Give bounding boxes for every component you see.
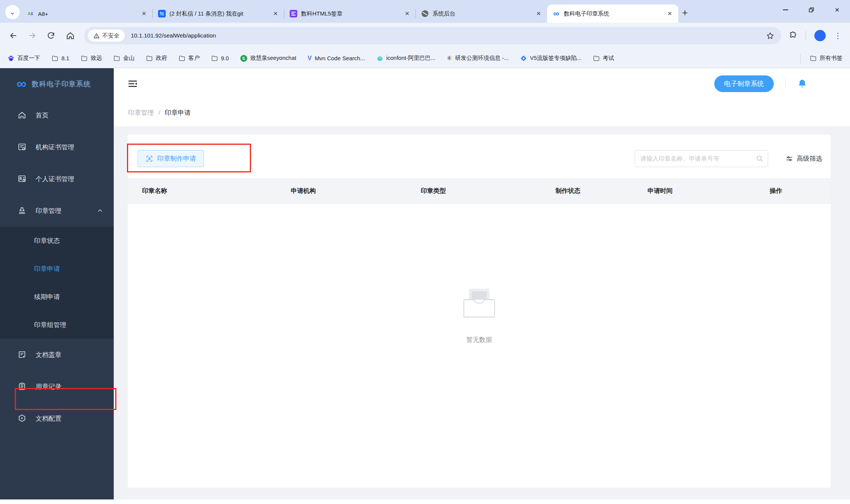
app-root: ∞ 数科电子印章系统 首页 机构证书管理 个人证书管理 印章管理 印章状态 xyxy=(0,68,850,499)
main-area: 电子制章系统 印章管理 / 印章申请 印章制作申请 xyxy=(114,68,850,499)
bookmark-folder-zhengfu[interactable]: 政府 xyxy=(146,55,167,62)
close-icon[interactable]: ✕ xyxy=(666,9,674,18)
security-label: 不安全 xyxy=(102,32,119,39)
bookmark-folder-jinshan[interactable]: 金山 xyxy=(113,55,135,62)
bookmark-all-bookmarks[interactable]: 所有书签 xyxy=(810,55,842,62)
submenu-item-seal-status[interactable]: 印章状态 xyxy=(0,227,114,255)
extensions-icon[interactable] xyxy=(788,31,797,40)
seal-making-system-button[interactable]: 电子制章系统 xyxy=(714,75,774,92)
bookmark-folder-kaoshi[interactable]: 考试 xyxy=(593,55,614,62)
sidebar-item-seal-records[interactable]: 用章记录 xyxy=(0,371,114,402)
app-logo-title: 数科电子印章系统 xyxy=(32,79,91,89)
menu-kebab-icon[interactable]: ⋮ xyxy=(834,31,842,40)
empty-box-illustration xyxy=(460,285,498,319)
close-icon[interactable]: ✕ xyxy=(535,9,543,18)
bookmark-env-info[interactable]: ✳ 研发公测环境信息 -... xyxy=(447,55,509,62)
bookmark-folder-kehu[interactable]: 客户 xyxy=(179,55,200,62)
submenu-item-label: 印章状态 xyxy=(34,236,60,245)
minimize-button[interactable] xyxy=(773,0,798,20)
page-body: 印章制作申请 高级筛选 xyxy=(114,126,850,499)
folder-icon xyxy=(211,55,218,62)
reload-button[interactable] xyxy=(46,31,56,41)
tab-title: A8+ xyxy=(38,11,136,17)
close-icon[interactable]: ✕ xyxy=(271,9,279,18)
submenu-item-seal-group[interactable]: 印章组管理 xyxy=(0,311,114,339)
tab-system-backend[interactable]: 系统后台 ✕ xyxy=(416,5,547,23)
empty-state-text: 暂无数据 xyxy=(466,335,492,344)
address-bar[interactable]: 不安全 10.1.101.92/sealWeb/application xyxy=(84,27,781,44)
bookmark-star-icon[interactable] xyxy=(766,31,775,40)
seal-management-submenu: 印章状态 印章申请 续期申请 印章组管理 xyxy=(0,227,114,339)
sidebar-item-org-cert[interactable]: 机构证书管理 xyxy=(0,131,114,163)
close-window-button[interactable]: ✕ xyxy=(824,0,850,20)
right-tools: 高级筛选 xyxy=(635,150,822,167)
restore-button[interactable] xyxy=(798,0,824,20)
bookmark-folder-9-0[interactable]: 9.0 xyxy=(211,55,229,62)
browser-window: ⌄ A8 A8+ ✕ 知 (2 封私信 / 11 条消息) 我在git ✕ 数科… xyxy=(0,0,850,504)
close-icon[interactable]: ✕ xyxy=(140,9,148,18)
bookmark-iconfont[interactable]: iconfont-阿里巴巴... xyxy=(376,55,436,62)
mvn-v-icon: V xyxy=(307,55,312,62)
sidebar-item-seal-management[interactable]: 印章管理 xyxy=(0,195,114,227)
app-header: 电子制章系统 xyxy=(114,68,850,99)
url-text[interactable]: 10.1.101.92/sealWeb/application xyxy=(131,32,766,39)
blue-diamond-icon xyxy=(520,55,527,62)
tab-seal-system-active[interactable]: ∞ 数科电子印章系统 ✕ xyxy=(547,5,678,23)
breadcrumb-current: 印章申请 xyxy=(165,108,191,117)
security-chip[interactable]: 不安全 xyxy=(88,30,125,42)
tab-title: 系统后台 xyxy=(433,10,531,17)
sidebar-item-personal-cert[interactable]: 个人证书管理 xyxy=(0,163,114,195)
globe-favicon-icon xyxy=(421,10,429,17)
bookmark-v5-defects[interactable]: V5流版签专项缺陷... xyxy=(520,55,582,62)
home-button[interactable] xyxy=(65,31,75,41)
breadcrumb: 印章管理 / 印章申请 xyxy=(114,99,850,126)
sidebar: ∞ 数科电子印章系统 首页 机构证书管理 个人证书管理 印章管理 印章状态 xyxy=(0,68,114,499)
bookmark-seeyonchat[interactable]: S 致慧泉seeyonchat xyxy=(240,55,296,62)
bookmark-folder-zhiyuan[interactable]: 致远 xyxy=(81,55,102,62)
collapse-sidebar-icon[interactable] xyxy=(127,78,138,89)
column-header-applicant-org: 申请机构 xyxy=(291,187,421,195)
back-button[interactable] xyxy=(8,31,18,41)
sidebar-item-doc-config[interactable]: 文档配置 xyxy=(0,402,114,434)
filter-sliders-icon xyxy=(786,155,793,163)
submenu-item-renewal-application[interactable]: 续期申请 xyxy=(0,283,114,311)
tab-title: 数科电子印章系统 xyxy=(564,10,662,17)
search-icon[interactable] xyxy=(756,155,764,163)
tab-strip: ⌄ A8 A8+ ✕ 知 (2 封私信 / 11 条消息) 我在git ✕ 数科… xyxy=(0,0,850,23)
sidebar-item-doc-stamping[interactable]: 文档盖章 xyxy=(0,339,114,371)
profile-avatar[interactable] xyxy=(814,30,826,41)
seal-creation-request-button[interactable]: 印章制作申请 xyxy=(138,150,204,167)
bookmark-folder-8-1[interactable]: 8.1 xyxy=(52,55,69,62)
bookmark-label: 政府 xyxy=(156,55,167,62)
forward-button[interactable] xyxy=(27,31,37,41)
advanced-filter-button[interactable]: 高级筛选 xyxy=(786,154,822,163)
tab-zhihu[interactable]: 知 (2 封私信 / 11 条消息) 我在git ✕ xyxy=(153,5,284,23)
window-controls: ✕ xyxy=(773,0,850,20)
breadcrumb-separator: / xyxy=(158,109,160,117)
bookmark-label: 研发公测环境信息 -... xyxy=(455,55,509,62)
folder-icon xyxy=(810,55,817,62)
folder-icon xyxy=(179,55,185,62)
bookmark-label: 百度一下 xyxy=(17,55,40,62)
org-certificate-icon xyxy=(17,142,27,152)
bookmark-label: 所有书签 xyxy=(820,55,842,62)
bookmark-mvn-search[interactable]: V Mvn Code Search... xyxy=(307,55,365,62)
bookmark-label: 9.0 xyxy=(221,55,229,61)
sidebar-item-home[interactable]: 首页 xyxy=(0,99,114,131)
new-tab-button[interactable]: + xyxy=(682,8,688,17)
bookmark-label: 致远 xyxy=(91,55,102,62)
notification-bell-icon[interactable] xyxy=(797,78,808,89)
hexagon-settings-icon xyxy=(17,414,27,423)
home-icon xyxy=(17,111,27,120)
submenu-item-seal-application[interactable]: 印章申请 xyxy=(0,255,114,283)
search-input[interactable] xyxy=(635,150,768,167)
folder-icon xyxy=(81,55,88,62)
tab-html5-sign[interactable]: 数科HTML5签章 ✕ xyxy=(284,5,416,23)
bookmark-baidu[interactable]: 百度一下 xyxy=(8,55,40,62)
close-icon[interactable]: ✕ xyxy=(403,9,411,18)
tab-a8[interactable]: A8 A8+ ✕ xyxy=(21,5,152,23)
toolbar-divider xyxy=(806,31,806,41)
search-box xyxy=(635,150,768,167)
tab-search-button[interactable]: ⌄ xyxy=(5,5,20,19)
breadcrumb-parent[interactable]: 印章管理 xyxy=(128,108,154,117)
